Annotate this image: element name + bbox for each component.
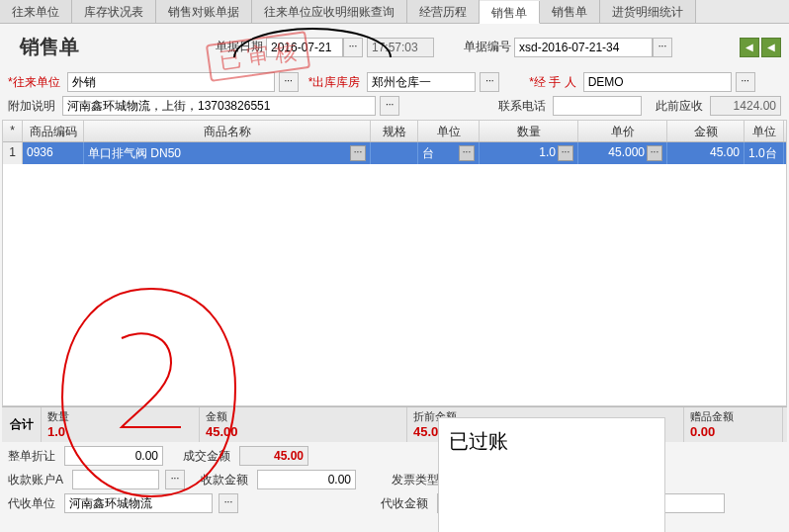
docno-picker-btn[interactable]: ···: [653, 38, 672, 57]
party-label: 往来单位: [8, 74, 60, 91]
items-table: * 商品编码 商品名称 规格 单位 数量 单价 金额 单位 1 0936 单口排…: [2, 120, 787, 406]
agent-picker-btn[interactable]: ···: [219, 493, 238, 513]
td-amount[interactable]: 45.00: [667, 142, 745, 164]
tab-sales-order-2[interactable]: 销售单: [540, 0, 600, 23]
wholedisc-label: 整单折让: [8, 448, 55, 465]
warehouse-picker-btn[interactable]: ···: [480, 72, 499, 92]
tab-history[interactable]: 经营历程: [407, 0, 480, 23]
total-amount: 金额 45.00: [200, 407, 407, 442]
th-spec[interactable]: 规格: [371, 121, 418, 141]
date-picker-btn[interactable]: ···: [343, 38, 363, 57]
total-label: 合计: [2, 407, 42, 442]
tab-sales-recon[interactable]: 销售对账单据: [156, 0, 252, 23]
td-unit2[interactable]: 1.0台: [745, 142, 784, 164]
td-unit[interactable]: 台···: [418, 142, 480, 164]
tab-party[interactable]: 往来单位: [0, 0, 72, 23]
agentamt-label: 代收金额: [381, 495, 428, 512]
docno-input[interactable]: [514, 38, 653, 57]
tab-purchase-detail[interactable]: 进货明细统计: [600, 0, 696, 23]
th-unit[interactable]: 单位: [418, 121, 480, 141]
posted-text: 已过账: [449, 430, 508, 452]
bottom-form: 整单折让 成交金额 收款账户A ··· 收款金额 发票类型 ▾ 代收单位 ···…: [0, 442, 789, 521]
due-label: 此前应收: [656, 98, 703, 115]
tab-stock[interactable]: 库存状况表: [72, 0, 156, 23]
prev-record-btn[interactable]: ◀: [740, 38, 759, 57]
warehouse-input[interactable]: [367, 72, 476, 92]
agent-label: 代收单位: [8, 495, 55, 512]
acct-picker-btn[interactable]: ···: [165, 470, 185, 489]
total-qty: 数量 1.0: [42, 407, 200, 442]
totals-bar: 合计 数量 1.0 金额 45.00 折前金额 45.00 赠品金额 0.00: [2, 406, 787, 442]
td-rownum: 1: [3, 142, 23, 164]
phone-label: 联系电话: [498, 98, 546, 115]
wholedisc-input[interactable]: [64, 446, 163, 466]
remark-label: 附加说明: [8, 98, 55, 115]
tab-bar: 往来单位 库存状况表 销售对账单据 往来单位应收明细账查询 经营历程 销售单 销…: [0, 0, 789, 24]
td-name[interactable]: 单口排气阀 DN50···: [84, 142, 371, 164]
posted-popup: 已过账: [438, 417, 665, 532]
total-gift: 赠品金额 0.00: [684, 407, 783, 442]
td-spec[interactable]: [371, 142, 418, 164]
th-amount[interactable]: 金额: [667, 121, 745, 141]
th-qty[interactable]: 数量: [480, 121, 578, 141]
page-title: 销售单: [8, 30, 216, 64]
handler-input[interactable]: [583, 72, 732, 92]
td-price[interactable]: 45.000···: [578, 142, 667, 164]
name-picker-btn[interactable]: ···: [350, 145, 366, 161]
party-picker-btn[interactable]: ···: [279, 72, 299, 92]
handler-picker-btn[interactable]: ···: [736, 72, 755, 92]
th-rownum: *: [3, 121, 23, 141]
acct-label: 收款账户A: [8, 472, 63, 488]
qty-picker-btn[interactable]: ···: [558, 145, 573, 161]
acct-input[interactable]: [72, 470, 159, 489]
handler-label: 经 手 人: [529, 74, 575, 91]
td-qty[interactable]: 1.0···: [480, 142, 578, 164]
agent-input[interactable]: [64, 493, 213, 513]
next-record-btn[interactable]: ◀: [761, 38, 781, 57]
deal-input: [239, 446, 308, 466]
th-code[interactable]: 商品编码: [23, 121, 84, 141]
time-input[interactable]: [367, 38, 434, 57]
date-label: 单据日期: [216, 39, 263, 55]
table-row[interactable]: 1 0936 单口排气阀 DN50··· 台··· 1.0··· 45.000·…: [3, 142, 786, 164]
td-code[interactable]: 0936: [23, 142, 84, 164]
recv-label: 收款金额: [201, 472, 248, 488]
phone-input[interactable]: [553, 96, 642, 116]
remark-picker-btn[interactable]: ···: [380, 96, 399, 116]
warehouse-label: 出库库房: [308, 74, 361, 91]
party-input[interactable]: [67, 72, 275, 92]
tab-sales-order-active[interactable]: 销售单: [480, 1, 540, 24]
tab-receivable-detail[interactable]: 往来单位应收明细账查询: [252, 0, 407, 23]
price-picker-btn[interactable]: ···: [647, 145, 662, 161]
table-header: * 商品编码 商品名称 规格 单位 数量 单价 金额 单位: [3, 121, 786, 142]
remark-input[interactable]: [62, 96, 376, 116]
invtype-label: 发票类型: [392, 472, 439, 488]
docno-label: 单据编号: [464, 39, 511, 55]
unit-picker-btn[interactable]: ···: [459, 145, 475, 161]
th-name[interactable]: 商品名称: [84, 121, 371, 141]
th-unit2[interactable]: 单位: [745, 121, 784, 141]
recv-input[interactable]: [257, 470, 356, 489]
date-input[interactable]: [266, 38, 343, 57]
th-price[interactable]: 单价: [578, 121, 667, 141]
deal-label: 成交金额: [183, 448, 230, 465]
due-input: [710, 96, 781, 116]
